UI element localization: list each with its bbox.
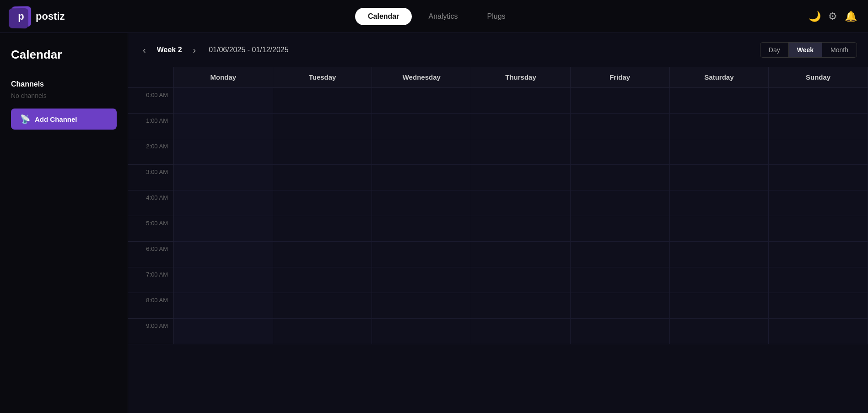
cell-sun-7am[interactable] — [769, 267, 868, 293]
cell-sat-4am[interactable] — [670, 190, 769, 216]
cell-wed-8am[interactable] — [372, 293, 471, 319]
cell-mon-3am[interactable] — [174, 165, 273, 190]
nav-center: Calendar Analytics Plugs — [65, 8, 809, 25]
header-wednesday: Wednesday — [372, 67, 471, 88]
cell-thu-6am[interactable] — [471, 242, 571, 267]
cell-fri-5am[interactable] — [571, 216, 670, 242]
header-sunday: Sunday — [769, 67, 868, 88]
cell-tue-8am[interactable] — [273, 293, 372, 319]
cell-sun-4am[interactable] — [769, 190, 868, 216]
cell-sat-6am[interactable] — [670, 242, 769, 267]
header-saturday: Saturday — [670, 67, 769, 88]
bell-icon: 🔔 — [845, 11, 857, 22]
cell-mon-1am[interactable] — [174, 114, 273, 139]
cell-sat-9am[interactable] — [670, 319, 769, 344]
cell-sun-1am[interactable] — [769, 114, 868, 139]
cell-tue-1am[interactable] — [273, 114, 372, 139]
cell-wed-2am[interactable] — [372, 139, 471, 165]
cell-fri-8am[interactable] — [571, 293, 670, 319]
nav-plugs[interactable]: Plugs — [474, 8, 518, 25]
next-week-button[interactable]: › — [189, 43, 200, 57]
week-view-button[interactable]: Week — [789, 43, 822, 57]
cell-thu-1am[interactable] — [471, 114, 571, 139]
time-2am: 2:00 AM — [128, 139, 174, 165]
cell-fri-3am[interactable] — [571, 165, 670, 190]
cell-sat-5am[interactable] — [670, 216, 769, 242]
cell-thu-7am[interactable] — [471, 267, 571, 293]
cell-mon-0am[interactable] — [174, 88, 273, 114]
cell-sun-6am[interactable] — [769, 242, 868, 267]
cell-sun-0am[interactable] — [769, 88, 868, 114]
cell-wed-7am[interactable] — [372, 267, 471, 293]
cell-mon-4am[interactable] — [174, 190, 273, 216]
cell-tue-4am[interactable] — [273, 190, 372, 216]
header-time-col — [128, 67, 174, 88]
cell-wed-5am[interactable] — [372, 216, 471, 242]
cell-tue-5am[interactable] — [273, 216, 372, 242]
cell-thu-5am[interactable] — [471, 216, 571, 242]
cell-tue-7am[interactable] — [273, 267, 372, 293]
week-label: Week 2 — [157, 46, 182, 54]
cell-mon-5am[interactable] — [174, 216, 273, 242]
cell-tue-6am[interactable] — [273, 242, 372, 267]
cell-thu-9am[interactable] — [471, 319, 571, 344]
logo-text: postiz — [36, 11, 65, 22]
nav-calendar[interactable]: Calendar — [355, 8, 412, 25]
add-channel-button[interactable]: 📡 Add Channel — [11, 109, 117, 130]
cell-sun-3am[interactable] — [769, 165, 868, 190]
cell-sat-2am[interactable] — [670, 139, 769, 165]
cell-sat-8am[interactable] — [670, 293, 769, 319]
cell-thu-3am[interactable] — [471, 165, 571, 190]
cell-fri-2am[interactable] — [571, 139, 670, 165]
cell-wed-1am[interactable] — [372, 114, 471, 139]
cell-mon-9am[interactable] — [174, 319, 273, 344]
calendar-toolbar: ‹ Week 2 › 01/06/2025 - 01/12/2025 Day W… — [128, 33, 868, 67]
cell-tue-2am[interactable] — [273, 139, 372, 165]
cell-wed-9am[interactable] — [372, 319, 471, 344]
month-view-button[interactable]: Month — [822, 43, 857, 57]
nav-analytics[interactable]: Analytics — [415, 8, 470, 25]
cell-thu-2am[interactable] — [471, 139, 571, 165]
cell-fri-7am[interactable] — [571, 267, 670, 293]
cell-mon-6am[interactable] — [174, 242, 273, 267]
time-7am: 7:00 AM — [128, 267, 174, 293]
header-friday: Friday — [571, 67, 670, 88]
cell-tue-0am[interactable] — [273, 88, 372, 114]
cell-sun-5am[interactable] — [769, 216, 868, 242]
no-channels-text: No channels — [11, 92, 117, 99]
sidebar: Calendar Channels No channels 📡 Add Chan… — [0, 33, 128, 413]
time-0am: 0:00 AM — [128, 88, 174, 114]
cell-fri-1am[interactable] — [571, 114, 670, 139]
cell-wed-4am[interactable] — [372, 190, 471, 216]
cell-fri-9am[interactable] — [571, 319, 670, 344]
header-thursday: Thursday — [471, 67, 571, 88]
cell-fri-0am[interactable] — [571, 88, 670, 114]
moon-icon-button[interactable]: 🌙 — [809, 11, 821, 22]
cell-sun-9am[interactable] — [769, 319, 868, 344]
settings-icon-button[interactable]: ⚙ — [828, 11, 837, 22]
cell-sat-1am[interactable] — [670, 114, 769, 139]
cell-wed-3am[interactable] — [372, 165, 471, 190]
cell-thu-8am[interactable] — [471, 293, 571, 319]
cell-wed-0am[interactable] — [372, 88, 471, 114]
cell-sat-7am[interactable] — [670, 267, 769, 293]
cell-mon-8am[interactable] — [174, 293, 273, 319]
cell-tue-9am[interactable] — [273, 319, 372, 344]
bell-icon-button[interactable]: 🔔 — [845, 11, 857, 22]
prev-week-button[interactable]: ‹ — [139, 43, 150, 57]
cell-tue-3am[interactable] — [273, 165, 372, 190]
cell-mon-7am[interactable] — [174, 267, 273, 293]
cell-sun-2am[interactable] — [769, 139, 868, 165]
cell-sat-3am[interactable] — [670, 165, 769, 190]
cell-wed-6am[interactable] — [372, 242, 471, 267]
cell-thu-4am[interactable] — [471, 190, 571, 216]
logo-area: p postiz — [11, 6, 65, 27]
cell-fri-4am[interactable] — [571, 190, 670, 216]
cell-mon-2am[interactable] — [174, 139, 273, 165]
logo-icon: p — [11, 6, 31, 27]
cell-sun-8am[interactable] — [769, 293, 868, 319]
cell-thu-0am[interactable] — [471, 88, 571, 114]
day-view-button[interactable]: Day — [760, 43, 789, 57]
cell-sat-0am[interactable] — [670, 88, 769, 114]
cell-fri-6am[interactable] — [571, 242, 670, 267]
